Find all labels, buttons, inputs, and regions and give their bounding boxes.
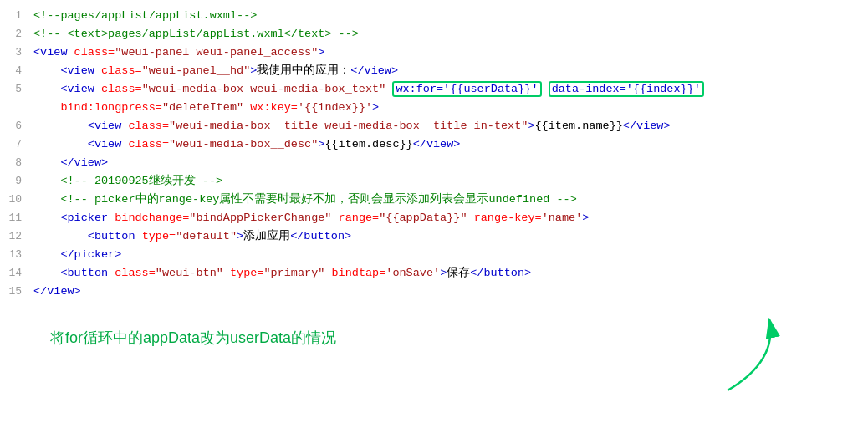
line-number: 13 — [0, 246, 30, 264]
code-line: 7 <view class="weui-media-box__desc">{{i… — [0, 135, 868, 154]
annotation-area: 将for循环中的appData改为userData的情况 — [0, 311, 868, 403]
line-content: <picker bindchange="bindAppPickerChange"… — [30, 209, 868, 227]
code-line: 13 </picker> — [0, 246, 868, 264]
line-number: 2 — [0, 25, 30, 43]
code-line: 1<!--pages/appList/appList.wxml--> — [0, 7, 868, 25]
line-number: 12 — [0, 227, 30, 246]
line-number: 9 — [0, 172, 30, 191]
arrow-svg — [0, 311, 868, 403]
line-number: 11 — [0, 209, 30, 227]
code-line: 5 <view class="weui-media-box weui-media… — [0, 80, 868, 117]
line-number: 10 — [0, 191, 30, 209]
line-content: <view class="weui-panel weui-panel_acces… — [30, 43, 868, 62]
code-line: 12 <button type="default">添加应用</button> — [0, 227, 868, 246]
line-content: <!-- picker中的range-key属性不需要时最好不加，否则会显示添加… — [30, 191, 868, 209]
line-number: 14 — [0, 264, 30, 283]
line-number: 6 — [0, 117, 30, 135]
code-line: 8 </view> — [0, 154, 868, 172]
code-line: 3<view class="weui-panel weui-panel_acce… — [0, 43, 868, 62]
code-line: 6 <view class="weui-media-box__title weu… — [0, 117, 868, 135]
line-content: <button type="default">添加应用</button> — [30, 227, 868, 246]
code-line: 14 <button class="weui-btn" type="primar… — [0, 264, 868, 283]
line-number: 5 — [0, 80, 30, 99]
code-line: 4 <view class="weui-panel__hd">我使用中的应用：<… — [0, 62, 868, 80]
code-editor: 1<!--pages/appList/appList.wxml-->2<!-- … — [0, 0, 868, 308]
line-number: 15 — [0, 283, 30, 301]
line-content: <view class="weui-panel__hd">我使用中的应用：</v… — [30, 62, 868, 80]
line-number: 3 — [0, 43, 30, 62]
line-number: 8 — [0, 154, 30, 172]
annotation-label: 将for循环中的appData改为userData的情况 — [50, 328, 336, 348]
line-content: <view class="weui-media-box__desc">{{ite… — [30, 135, 868, 154]
code-line: 10 <!-- picker中的range-key属性不需要时最好不加，否则会显… — [0, 191, 868, 209]
code-line: 11 <picker bindchange="bindAppPickerChan… — [0, 209, 868, 227]
code-line: 2<!-- <text>pages/appList/appList.wxml</… — [0, 25, 868, 43]
line-content: <view class="weui-media-box__title weui-… — [30, 117, 868, 135]
line-number: 1 — [0, 7, 30, 25]
line-number: 4 — [0, 62, 30, 80]
code-line: 15</view> — [0, 283, 868, 301]
code-line: 9 <!-- 20190925继续开发 --> — [0, 172, 868, 191]
line-number: 7 — [0, 135, 30, 154]
line-content: <!-- 20190925继续开发 --> — [30, 172, 868, 191]
line-content: <button class="weui-btn" type="primary" … — [30, 264, 868, 283]
line-content: </picker> — [30, 246, 868, 264]
line-content: </view> — [30, 283, 868, 301]
line-content: <!--pages/appList/appList.wxml--> — [30, 7, 868, 25]
line-content: <view class="weui-media-box weui-media-b… — [30, 80, 868, 117]
line-content: <!-- <text>pages/appList/appList.wxml</t… — [30, 25, 868, 43]
line-content: </view> — [30, 154, 868, 172]
